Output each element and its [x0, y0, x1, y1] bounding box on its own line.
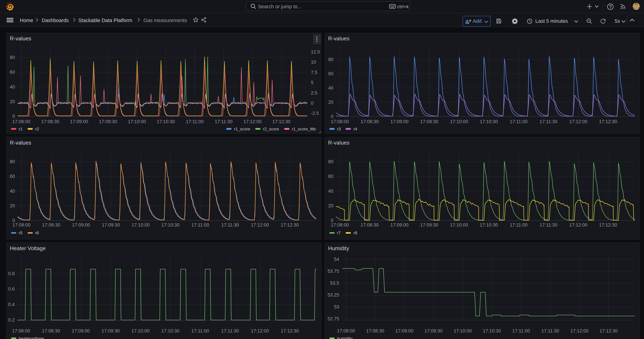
svg-text:40: 40: [10, 84, 15, 89]
svg-text:17:10:30: 17:10:30: [480, 222, 498, 228]
svg-text:17:08:00: 17:08:00: [12, 119, 30, 124]
svg-text:60: 60: [10, 174, 15, 179]
svg-text:17:08:00: 17:08:00: [337, 328, 355, 334]
svg-text:0.6: 0.6: [8, 286, 15, 292]
svg-text:17:11:30: 17:11:30: [541, 328, 559, 334]
svg-text:17:10:00: 17:10:00: [450, 119, 468, 124]
svg-text:17:12:30: 17:12:30: [281, 328, 299, 334]
svg-text:17:08:30: 17:08:30: [360, 222, 378, 228]
svg-text:17:09:00: 17:09:00: [395, 328, 413, 334]
svg-text:-2.5: -2.5: [311, 111, 319, 116]
svg-text:0.8: 0.8: [8, 271, 15, 276]
svg-text:12.5: 12.5: [311, 49, 320, 54]
svg-text:0.4: 0.4: [8, 302, 15, 307]
svg-text:17:08:30: 17:08:30: [360, 119, 378, 124]
svg-text:17:08:30: 17:08:30: [41, 119, 59, 124]
svg-text:40: 40: [328, 188, 333, 194]
svg-text:17:08:30: 17:08:30: [42, 328, 60, 334]
svg-text:53.25: 53.25: [327, 292, 339, 298]
svg-text:17:09:30: 17:09:30: [99, 119, 117, 124]
svg-text:60: 60: [328, 174, 333, 179]
svg-text:17:10:30: 17:10:30: [483, 328, 501, 334]
svg-text:17:10:00: 17:10:00: [128, 119, 146, 124]
svg-text:17:09:30: 17:09:30: [102, 328, 120, 334]
svg-text:17:12:00: 17:12:00: [251, 328, 269, 334]
svg-text:17:09:00: 17:09:00: [390, 119, 408, 124]
svg-text:17:10:00: 17:10:00: [454, 328, 472, 334]
svg-text:17:12:00: 17:12:00: [251, 222, 269, 228]
svg-text:0: 0: [331, 114, 334, 119]
svg-text:17:08:00: 17:08:00: [330, 119, 349, 124]
svg-text:5: 5: [311, 80, 314, 85]
svg-text:17:09:30: 17:09:30: [420, 119, 438, 124]
svg-text:17:09:00: 17:09:00: [390, 222, 408, 228]
svg-text:54: 54: [334, 257, 339, 262]
svg-text:17:11:00: 17:11:00: [510, 222, 528, 228]
svg-text:17:10:00: 17:10:00: [132, 328, 150, 334]
svg-text:20: 20: [328, 203, 333, 208]
svg-text:17:12:00: 17:12:00: [244, 119, 262, 124]
svg-text:17:11:30: 17:11:30: [540, 119, 557, 124]
svg-text:17:12:00: 17:12:00: [569, 222, 587, 228]
svg-text:17:09:00: 17:09:00: [72, 328, 90, 334]
svg-text:17:11:30: 17:11:30: [540, 222, 557, 228]
svg-text:17:12:30: 17:12:30: [600, 328, 618, 334]
svg-text:17:10:00: 17:10:00: [450, 222, 468, 228]
svg-text:17:10:00: 17:10:00: [132, 222, 150, 228]
svg-text:17:11:00: 17:11:00: [191, 328, 209, 334]
svg-text:17:11:30: 17:11:30: [215, 119, 232, 124]
svg-text:17:08:00: 17:08:00: [330, 222, 349, 228]
svg-text:10: 10: [311, 60, 316, 65]
svg-text:2.5: 2.5: [311, 90, 317, 96]
svg-text:53.75: 53.75: [327, 268, 339, 274]
svg-text:20: 20: [10, 99, 15, 104]
svg-text:17:11:00: 17:11:00: [512, 328, 530, 334]
svg-text:60: 60: [328, 71, 334, 76]
svg-text:17:11:00: 17:11:00: [510, 119, 528, 124]
svg-text:80: 80: [328, 57, 334, 62]
svg-text:17:09:00: 17:09:00: [72, 222, 90, 228]
svg-text:17:12:00: 17:12:00: [570, 328, 588, 334]
svg-text:0: 0: [311, 100, 314, 106]
svg-text:17:11:30: 17:11:30: [221, 222, 239, 228]
svg-text:17:11:00: 17:11:00: [186, 119, 204, 124]
svg-text:17:11:30: 17:11:30: [221, 328, 239, 334]
svg-text:60: 60: [10, 70, 15, 75]
svg-text:17:11:00: 17:11:00: [192, 222, 209, 228]
svg-text:17:10:30: 17:10:30: [161, 328, 179, 334]
svg-text:40: 40: [10, 188, 15, 194]
svg-text:80: 80: [328, 159, 333, 164]
svg-text:17:12:00: 17:12:00: [569, 119, 587, 124]
svg-text:17:08:30: 17:08:30: [366, 328, 384, 334]
svg-text:17:10:30: 17:10:30: [480, 119, 498, 124]
svg-text:53.5: 53.5: [330, 280, 339, 286]
svg-text:17:12:30: 17:12:30: [280, 222, 299, 228]
svg-text:0: 0: [12, 114, 15, 119]
svg-text:7.5: 7.5: [311, 70, 317, 75]
svg-text:53: 53: [334, 304, 339, 310]
svg-text:17:09:30: 17:09:30: [420, 222, 438, 228]
svg-text:17:09:30: 17:09:30: [102, 222, 120, 228]
svg-text:20: 20: [328, 100, 334, 105]
svg-text:17:08:00: 17:08:00: [12, 222, 30, 228]
svg-text:80: 80: [10, 55, 15, 60]
svg-text:17:10:30: 17:10:30: [162, 222, 180, 228]
svg-text:40: 40: [328, 85, 334, 90]
svg-text:17:10:30: 17:10:30: [157, 119, 175, 124]
svg-text:17:12:30: 17:12:30: [272, 119, 290, 124]
svg-text:17:12:30: 17:12:30: [599, 222, 617, 228]
svg-text:20: 20: [10, 203, 15, 208]
svg-text:17:09:30: 17:09:30: [424, 328, 442, 334]
svg-text:0.2: 0.2: [8, 318, 15, 322]
svg-text:17:08:00: 17:08:00: [12, 328, 30, 334]
svg-text:17:08:30: 17:08:30: [42, 222, 60, 228]
svg-text:52.75: 52.75: [327, 316, 339, 322]
svg-text:17:09:00: 17:09:00: [70, 119, 88, 124]
svg-text:17:12:30: 17:12:30: [599, 119, 617, 124]
svg-text:80: 80: [10, 159, 15, 164]
